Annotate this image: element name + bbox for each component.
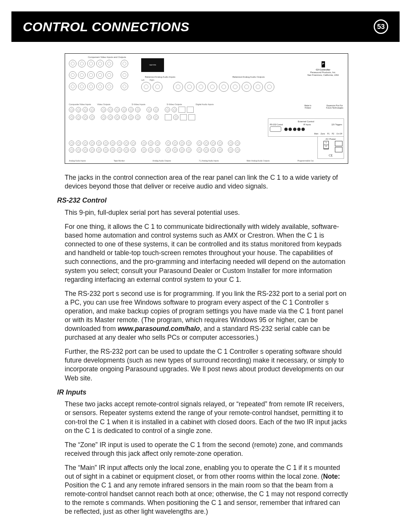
subhead-ir-inputs: IR Inputs — [57, 388, 348, 397]
ac-power-box: AC Power 10 CE — [317, 136, 344, 159]
ce-mark-icon: CE — [319, 154, 342, 157]
ir-p2: The “Zone” IR input is used to operate t… — [65, 441, 348, 458]
rs232-p1: This 9-pin, full-duplex serial port has … — [65, 208, 348, 217]
label-digital-inputs: Digital Audio Inputs — [196, 103, 213, 105]
label-balanced-in: Balanced Analog Audio Inputs — [145, 76, 175, 78]
label-svideo-inputs: S-Video Inputs — [132, 103, 145, 105]
label-made-in: Made InFinland — [304, 105, 311, 109]
parasound-logo-icon — [322, 61, 325, 67]
external-control-box: External Control RS-232 Control IR Input… — [268, 118, 344, 137]
page-number-badge: 53 — [374, 19, 388, 34]
rs232-p3: The RS-232 port s second use is for prog… — [65, 289, 348, 342]
label-svideo-outputs: S-Video Outputs — [167, 103, 182, 105]
intro-paragraph: The jacks in the control connection area… — [65, 173, 348, 191]
rs232-p2: For one thing, it allows the C 1 to comm… — [65, 222, 348, 284]
ir-p3: The “Main” IR input affects only the loc… — [65, 463, 348, 516]
parasound-url: www.parasound.com/halo — [118, 325, 200, 332]
label-component-video: Component Video Inputs and Outputs — [88, 56, 126, 58]
ir-p1: These two jacks accept remote-control si… — [65, 400, 348, 435]
iec-inlet-icon — [335, 141, 342, 146]
body-content: The jacks in the control connection area… — [65, 173, 348, 522]
note-label: Note: — [323, 473, 340, 480]
rs232-port-icon — [270, 126, 281, 132]
rs232-p4: Further, the RS-232 port can be used to … — [65, 347, 348, 382]
label-video-outputs: Video Outputs — [97, 103, 110, 105]
subhead-rs232: RS-232 Control — [57, 196, 348, 205]
ir-jack-icon — [284, 128, 288, 131]
label-balanced-out: Balanced Analog Audio Outputs — [233, 76, 264, 78]
caution-box: CAUTION — [141, 58, 164, 72]
power-switch-icon: 10 — [323, 141, 329, 149]
page-title: CONTROL CONNECTIONS — [23, 19, 374, 34]
label-expansion-port: Expansion Port ForFuture Technologies — [326, 105, 343, 109]
label-composite-video: Composite Video Inputs — [69, 103, 91, 105]
rear-panel-diagram: Component Video Inputs and Outputs CAUTI… — [65, 53, 348, 164]
brand-block: C2 Controller Parasound Products, Inc. S… — [302, 61, 344, 77]
header-bar: CONTROL CONNECTIONS 53 — [11, 11, 400, 42]
